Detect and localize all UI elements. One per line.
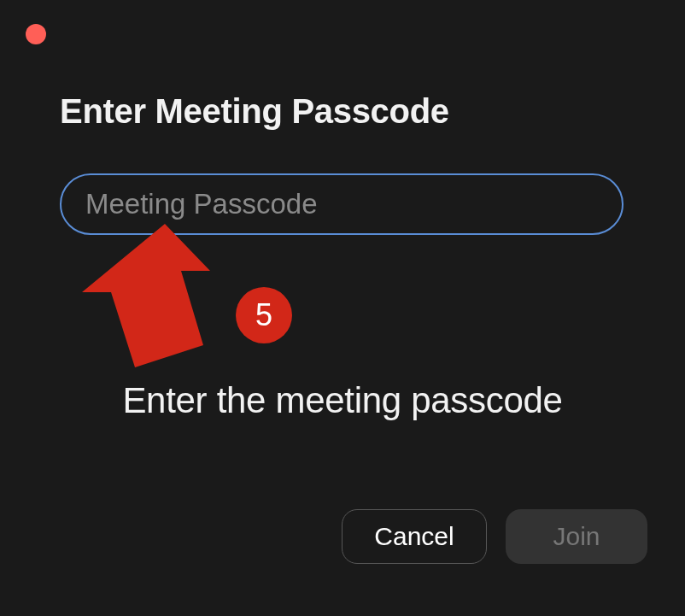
cancel-button[interactable]: Cancel <box>342 509 487 564</box>
instruction-text: Enter the meeting passcode <box>0 380 685 421</box>
dialog-title: Enter Meeting Passcode <box>60 92 449 131</box>
window-close-traffic-light[interactable] <box>26 24 46 44</box>
meeting-passcode-input[interactable] <box>60 173 624 235</box>
step-number: 5 <box>255 297 272 333</box>
join-button[interactable]: Join <box>506 509 647 564</box>
svg-marker-0 <box>82 224 210 367</box>
step-number-badge: 5 <box>236 287 292 343</box>
annotation-arrow-icon <box>77 224 214 369</box>
dialog-button-row: Cancel Join <box>0 509 685 564</box>
